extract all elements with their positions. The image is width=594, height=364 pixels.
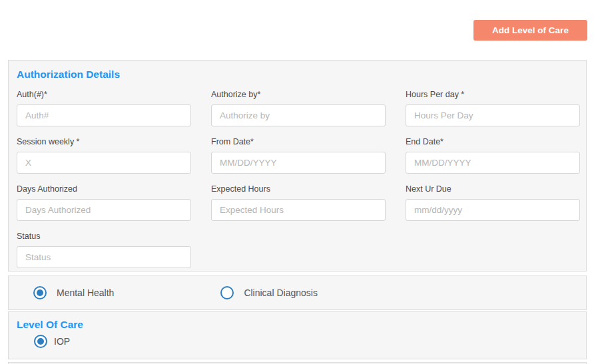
hours-per-day-input[interactable] bbox=[406, 104, 580, 126]
field-status: Status bbox=[17, 232, 191, 268]
radio-option-iop[interactable]: IOP bbox=[34, 335, 578, 348]
radio-option-mental-health[interactable]: Mental Health bbox=[33, 286, 114, 299]
authorization-details-title: Authorization Details bbox=[17, 69, 578, 81]
from-date-input[interactable] bbox=[211, 152, 386, 174]
next-ur-due-label: Next Ur Due bbox=[406, 184, 580, 194]
next-ur-due-input[interactable] bbox=[406, 199, 580, 221]
radio-icon-mental-health[interactable] bbox=[33, 286, 47, 299]
days-authorized-label: Days Authorized bbox=[17, 184, 191, 194]
days-authorized-input[interactable] bbox=[17, 199, 191, 221]
field-auth-number: Auth(#)* bbox=[17, 90, 191, 126]
radio-icon-clinical-diagnosis[interactable] bbox=[220, 286, 234, 299]
field-hours-per-day: Hours Per day * bbox=[406, 90, 580, 126]
authorize-by-input[interactable] bbox=[211, 104, 386, 126]
end-date-label: End Date* bbox=[406, 137, 580, 146]
status-input[interactable] bbox=[17, 246, 191, 268]
add-level-of-care-button[interactable]: Add Level of Care bbox=[473, 20, 587, 41]
expected-hours-label: Expected Hours bbox=[211, 184, 386, 194]
field-expected-hours: Expected Hours bbox=[211, 184, 386, 221]
field-from-date: From Date* bbox=[211, 137, 386, 174]
level-of-care-title: Level Of Care bbox=[17, 319, 578, 331]
radio-option-clinical-diagnosis[interactable]: Clinical Diagnosis bbox=[220, 286, 318, 299]
authorization-form-grid: Auth(#)* Authorize by* Hours Per day * S… bbox=[17, 90, 578, 268]
diagnosis-type-card: Mental Health Clinical Diagnosis bbox=[8, 275, 587, 310]
mental-health-label: Mental Health bbox=[57, 287, 114, 298]
field-session-weekly: Session weekly * bbox=[17, 137, 191, 174]
status-label: Status bbox=[17, 232, 191, 241]
field-authorize-by: Authorize by* bbox=[211, 90, 386, 126]
hours-per-day-label: Hours Per day * bbox=[406, 90, 580, 99]
level-of-care-card: Level Of Care IOP bbox=[8, 311, 587, 359]
authorize-by-label: Authorize by* bbox=[211, 90, 386, 99]
radio-icon-iop[interactable] bbox=[34, 335, 47, 348]
session-weekly-label: Session weekly * bbox=[17, 137, 191, 146]
field-end-date: End Date* bbox=[406, 137, 580, 174]
auth-number-label: Auth(#)* bbox=[17, 90, 191, 99]
clinical-diagnosis-label: Clinical Diagnosis bbox=[244, 287, 318, 298]
iop-label: IOP bbox=[54, 336, 70, 347]
field-days-authorized: Days Authorized bbox=[17, 184, 191, 221]
session-weekly-input[interactable] bbox=[17, 152, 191, 174]
from-date-label: From Date* bbox=[211, 137, 386, 146]
end-date-input[interactable] bbox=[406, 152, 580, 174]
authorization-details-card: Authorization Details Auth(#)* Authorize… bbox=[8, 60, 587, 272]
page: Add Level of Care Authorization Details … bbox=[0, 0, 594, 364]
auth-number-input[interactable] bbox=[17, 104, 191, 126]
expected-hours-input[interactable] bbox=[211, 199, 386, 221]
field-next-ur-due: Next Ur Due bbox=[406, 184, 580, 221]
